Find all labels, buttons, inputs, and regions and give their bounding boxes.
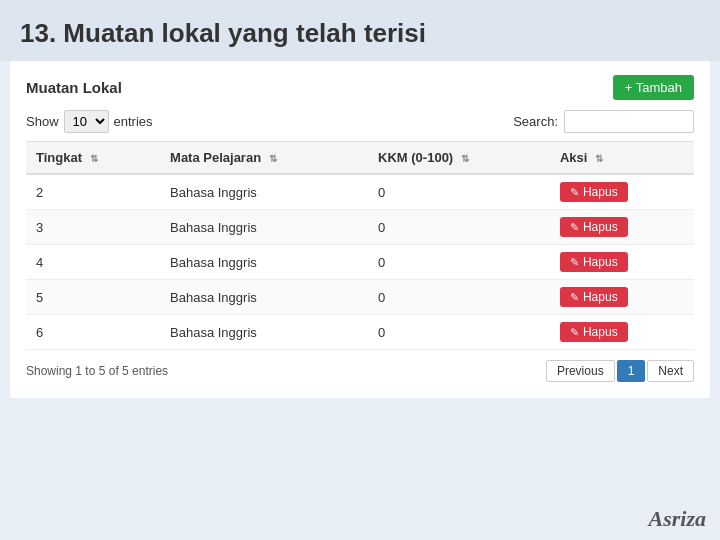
previous-button[interactable]: Previous xyxy=(546,360,615,382)
next-button[interactable]: Next xyxy=(647,360,694,382)
watermark: Asriza xyxy=(649,506,706,532)
hapus-button[interactable]: Hapus xyxy=(560,182,628,202)
section-title: Muatan Lokal xyxy=(26,79,122,96)
cell-kkm: 0 xyxy=(368,174,550,210)
col-tingkat: Tingkat ⇅ xyxy=(26,142,160,175)
search-input[interactable] xyxy=(564,110,694,133)
show-label: Show xyxy=(26,114,59,129)
hapus-button[interactable]: Hapus xyxy=(560,252,628,272)
hapus-button[interactable]: Hapus xyxy=(560,287,628,307)
cell-mata-pelajaran: Bahasa Inggris xyxy=(160,315,368,350)
sort-icon-kkm[interactable]: ⇅ xyxy=(461,153,469,164)
entries-label: entries xyxy=(114,114,153,129)
cell-aksi: Hapus xyxy=(550,210,694,245)
cell-aksi: Hapus xyxy=(550,245,694,280)
cell-kkm: 0 xyxy=(368,280,550,315)
cell-mata-pelajaran: Bahasa Inggris xyxy=(160,210,368,245)
cell-tingkat: 6 xyxy=(26,315,160,350)
page-title: 13. Muatan lokal yang telah terisi xyxy=(0,0,720,61)
showing-text: Showing 1 to 5 of 5 entries xyxy=(26,364,168,378)
entries-select[interactable]: 10 25 50 xyxy=(64,110,109,133)
cell-aksi: Hapus xyxy=(550,280,694,315)
hapus-button[interactable]: Hapus xyxy=(560,322,628,342)
col-aksi: Aksi ⇅ xyxy=(550,142,694,175)
cell-kkm: 0 xyxy=(368,210,550,245)
cell-mata-pelajaran: Bahasa Inggris xyxy=(160,280,368,315)
cell-mata-pelajaran: Bahasa Inggris xyxy=(160,245,368,280)
sort-icon-tingkat[interactable]: ⇅ xyxy=(90,153,98,164)
table-row: 5 Bahasa Inggris 0 Hapus xyxy=(26,280,694,315)
cell-kkm: 0 xyxy=(368,245,550,280)
cell-aksi: Hapus xyxy=(550,174,694,210)
cell-tingkat: 3 xyxy=(26,210,160,245)
table-row: 3 Bahasa Inggris 0 Hapus xyxy=(26,210,694,245)
sort-icon-aksi[interactable]: ⇅ xyxy=(595,153,603,164)
cell-tingkat: 5 xyxy=(26,280,160,315)
table-row: 2 Bahasa Inggris 0 Hapus xyxy=(26,174,694,210)
hapus-button[interactable]: Hapus xyxy=(560,217,628,237)
search-label: Search: xyxy=(513,114,558,129)
muatan-lokal-table: Tingkat ⇅ Mata Pelajaran ⇅ KKM (0-100) ⇅… xyxy=(26,141,694,350)
col-mata-pelajaran: Mata Pelajaran ⇅ xyxy=(160,142,368,175)
col-kkm: KKM (0-100) ⇅ xyxy=(368,142,550,175)
cell-tingkat: 2 xyxy=(26,174,160,210)
table-row: 6 Bahasa Inggris 0 Hapus xyxy=(26,315,694,350)
cell-aksi: Hapus xyxy=(550,315,694,350)
pagination: Previous 1 Next xyxy=(546,360,694,382)
table-row: 4 Bahasa Inggris 0 Hapus xyxy=(26,245,694,280)
cell-kkm: 0 xyxy=(368,315,550,350)
page-1-button[interactable]: 1 xyxy=(617,360,646,382)
cell-mata-pelajaran: Bahasa Inggris xyxy=(160,174,368,210)
add-button[interactable]: + Tambah xyxy=(613,75,694,100)
sort-icon-mata-pelajaran[interactable]: ⇅ xyxy=(269,153,277,164)
cell-tingkat: 4 xyxy=(26,245,160,280)
